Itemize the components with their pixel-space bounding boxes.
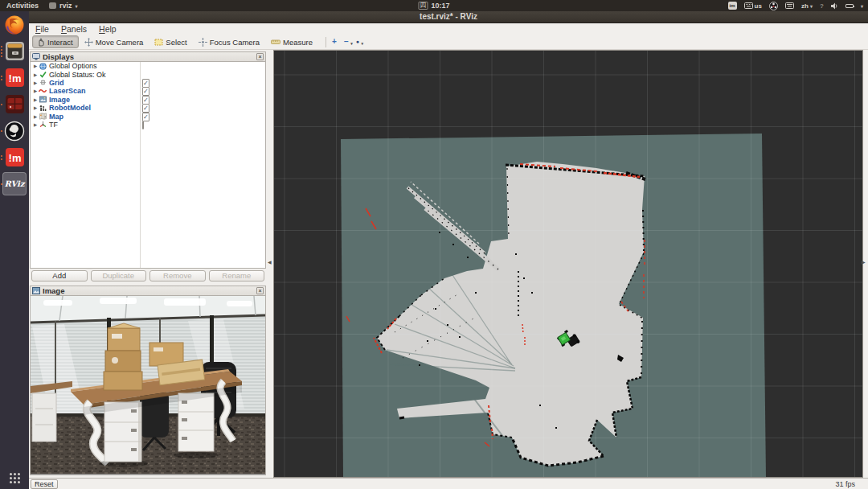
- expand-arrow-icon[interactable]: ▶: [32, 122, 39, 127]
- tool-focus-camera[interactable]: Focus Camera: [194, 35, 265, 48]
- tool-select[interactable]: Select: [150, 35, 192, 48]
- menu-file[interactable]: File: [35, 24, 49, 34]
- screen-recorder-icon: [5, 94, 25, 114]
- duplicate-button[interactable]: Duplicate: [91, 270, 147, 281]
- dock-item-obs-studio[interactable]: [0, 117, 29, 144]
- dock-item-screen-recorder[interactable]: [0, 91, 29, 117]
- expand-arrow-icon[interactable]: ▶: [32, 64, 39, 68]
- displays-panel-header[interactable]: Displays ×: [30, 51, 266, 62]
- focus-camera-icon: [199, 38, 207, 47]
- chevron-down-icon: ▾: [810, 4, 813, 9]
- visibility-checkbox[interactable]: [142, 121, 144, 129]
- system-menu-chevron-icon[interactable]: ▾: [861, 3, 863, 9]
- select-icon: [154, 38, 163, 47]
- dock-item-imooc-2[interactable]: !m: [0, 144, 29, 171]
- close-icon[interactable]: ×: [256, 53, 264, 60]
- expand-arrow-icon[interactable]: ▶: [32, 105, 39, 110]
- remove-button[interactable]: Remove: [149, 270, 206, 281]
- expand-arrow-icon[interactable]: ▶: [32, 80, 39, 85]
- 3d-viewport[interactable]: [273, 50, 863, 478]
- imooc-icon: !m: [5, 68, 25, 88]
- show-applications-button[interactable]: [0, 468, 29, 487]
- chevron-down-icon: ▾: [350, 39, 353, 47]
- visibility-checkbox[interactable]: [142, 104, 149, 113]
- language-menu[interactable]: zh ▾: [801, 2, 813, 10]
- visibility-checkbox[interactable]: [142, 96, 149, 105]
- add-button[interactable]: Add: [31, 270, 88, 281]
- globe-icon: [39, 63, 47, 70]
- chevron-down-icon: ▾: [76, 3, 78, 9]
- map-icon: [39, 113, 47, 120]
- status-bar: Reset 31 fps: [29, 478, 868, 489]
- column-separator[interactable]: [140, 62, 141, 268]
- visibility-checkbox[interactable]: [142, 113, 149, 121]
- display-row-tf[interactable]: ▶ TF: [31, 121, 265, 129]
- battery-icon[interactable]: [845, 4, 854, 8]
- running-dots: [1, 130, 2, 132]
- add-tool-button[interactable]: +: [332, 38, 337, 46]
- rviz-app-icon: [49, 2, 56, 9]
- toolbar-separator: [326, 37, 326, 47]
- help-indicator[interactable]: ?: [820, 2, 824, 10]
- dock-item-firefox[interactable]: [0, 11, 29, 38]
- tool-measure[interactable]: Measure: [267, 35, 318, 48]
- menu-bar: File Panels Help: [29, 23, 868, 35]
- rename-button[interactable]: Rename: [209, 270, 265, 281]
- menu-help[interactable]: Help: [99, 24, 117, 34]
- activities-button[interactable]: Activities: [6, 2, 39, 10]
- tool-move-camera[interactable]: Move Camera: [80, 35, 149, 48]
- clock[interactable]: 四 10:17: [418, 2, 449, 10]
- keyboard-icon[interactable]: [785, 2, 794, 9]
- remove-tool-button[interactable]: −▾: [344, 38, 349, 46]
- camera-photo: [31, 296, 265, 474]
- tool-interact[interactable]: Interact: [32, 35, 79, 48]
- dock-item-file-manager[interactable]: [0, 38, 29, 64]
- window-title-bar[interactable]: test.rviz* - RViz: [29, 11, 868, 23]
- fps-counter: 31 fps: [835, 480, 868, 488]
- dock-item-rviz[interactable]: RViz: [0, 171, 29, 197]
- image-panel-header[interactable]: Image ×: [30, 286, 266, 296]
- menu-panels[interactable]: Panels: [61, 24, 87, 34]
- display-row-map[interactable]: ▶ Map: [31, 112, 265, 120]
- running-dots: [1, 46, 2, 57]
- running-dots: [1, 104, 2, 105]
- keyboard-icon: [744, 2, 753, 9]
- obs-studio-indicator-icon[interactable]: [769, 2, 778, 10]
- splitter-collapse-left[interactable]: ◀: [268, 259, 272, 265]
- expand-arrow-icon[interactable]: ▶: [32, 114, 39, 119]
- input-method-icon[interactable]: im: [728, 2, 737, 10]
- rviz-window: test.rviz* - RViz File Panels Help Inter…: [29, 11, 868, 489]
- displays-panel-icon: [32, 53, 40, 60]
- dock-item-imooc[interactable]: !m: [0, 64, 29, 91]
- tool-properties-button[interactable]: ●▾: [356, 38, 359, 46]
- running-dots: [1, 183, 2, 185]
- expand-arrow-icon[interactable]: ▶: [32, 88, 39, 93]
- app-menu[interactable]: rviz ▾: [49, 2, 78, 10]
- display-row-laserscan[interactable]: ▶ LaserScan: [31, 87, 265, 95]
- map-scene: [274, 51, 862, 477]
- laserscan-icon: [39, 88, 47, 95]
- splitter-collapse-right[interactable]: ▶: [862, 259, 866, 265]
- expand-arrow-icon[interactable]: ▶: [32, 72, 39, 77]
- measure-ruler-icon: [271, 38, 280, 46]
- show-applications-icon: [10, 473, 20, 483]
- display-row-robotmodel[interactable]: ▶ RobotModel: [31, 104, 265, 112]
- display-row-global-status[interactable]: ▶ Global Status: Ok: [31, 70, 265, 78]
- window-title: test.rviz* - RViz: [420, 12, 477, 21]
- tool-bar: Interact Move Camera Select Focus Camera…: [29, 35, 868, 50]
- check-icon: [39, 71, 47, 78]
- rviz-dock-icon: RViz: [4, 179, 24, 188]
- visibility-checkbox[interactable]: [142, 87, 149, 96]
- visibility-checkbox[interactable]: [142, 79, 149, 88]
- close-icon[interactable]: ×: [256, 287, 264, 294]
- display-row-global-options[interactable]: ▶ Global Options: [31, 62, 265, 70]
- keyboard-layout-indicator[interactable]: us: [744, 2, 762, 10]
- display-row-grid[interactable]: ▶ Grid: [31, 79, 265, 87]
- display-row-image[interactable]: ▶ Image: [31, 96, 265, 104]
- volume-icon[interactable]: [831, 2, 838, 10]
- weekday-badge: 四: [418, 2, 428, 10]
- obs-studio-icon: [4, 121, 25, 142]
- expand-arrow-icon[interactable]: ▶: [32, 97, 39, 102]
- reset-button[interactable]: Reset: [31, 479, 58, 489]
- displays-buttons-row: Add Duplicate Remove Rename: [30, 269, 266, 283]
